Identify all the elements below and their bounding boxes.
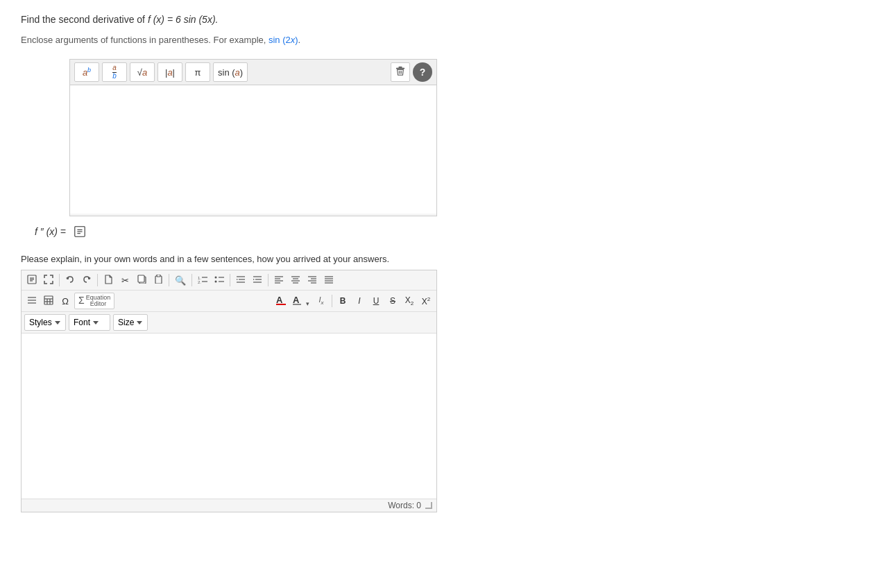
rich-text-editor: ✂ 🔍 (21, 270, 437, 512)
sigma-icon: Σ (78, 295, 85, 306)
rte-aligncenter-btn[interactable] (288, 273, 303, 288)
rte-cut-btn[interactable]: ✂ (117, 273, 133, 288)
sep4 (191, 274, 192, 286)
equation-label: EquationEditor (86, 295, 111, 307)
sep1 (59, 274, 60, 286)
fontcolor-icon: A (276, 295, 286, 308)
svg-rect-56 (44, 296, 53, 304)
rte-styles-dropdown[interactable]: Styles (24, 314, 66, 331)
rte-newdoc-btn[interactable] (101, 273, 116, 288)
rte-source-btn[interactable] (24, 273, 40, 288)
abs-label: |a| (165, 67, 175, 78)
pi-button[interactable]: π (185, 62, 210, 82)
rte-find-btn[interactable]: 🔍 (172, 273, 189, 288)
bold-icon: B (340, 296, 346, 306)
rte-expand-btn[interactable] (41, 273, 56, 288)
rte-toolbar-row1: ✂ 🔍 (22, 270, 436, 291)
answer-input-icon[interactable] (71, 223, 88, 240)
font-arrow-icon (93, 321, 99, 325)
svg-rect-1 (396, 67, 404, 69)
sep7 (332, 295, 332, 307)
lines-icon (27, 295, 37, 307)
italic-icon: I (358, 296, 360, 306)
rte-subscript-btn[interactable]: X2 (402, 293, 417, 309)
svg-rect-0 (398, 67, 402, 68)
rte-strikethrough-btn[interactable]: S (385, 293, 400, 309)
svg-rect-19 (155, 276, 162, 284)
rte-increaseindent-btn[interactable] (250, 273, 265, 288)
size-label: Size (118, 318, 134, 327)
rte-highlight-btn[interactable]: A ▾ (290, 293, 312, 309)
sep3 (169, 274, 169, 286)
svg-marker-36 (253, 279, 255, 280)
undo-icon (65, 275, 75, 286)
rte-fontcolor-btn[interactable]: A (273, 293, 289, 309)
question-icon: ? (420, 67, 426, 78)
orderedlist-icon: 1. 2. (198, 275, 207, 286)
svg-text:A: A (276, 295, 283, 305)
sqrt-button[interactable]: √a (130, 62, 155, 82)
pi-label: π (195, 67, 201, 78)
rte-redo-btn[interactable] (79, 273, 94, 288)
rte-decreaseindent-btn[interactable] (233, 273, 248, 288)
svg-rect-64 (293, 304, 301, 305)
strikethrough-icon: S (390, 296, 395, 306)
question-line1: Find the second derivative of f (x) = 6 … (21, 14, 874, 25)
power-button[interactable]: ab (74, 62, 99, 82)
rte-alignleft-btn[interactable] (271, 273, 287, 288)
rte-toolbar-row3: Styles Font Size (22, 312, 436, 334)
rte-superscript-btn[interactable]: X2 (418, 293, 434, 309)
rte-paste-btn[interactable] (151, 273, 166, 288)
rte-clearformat-btn[interactable]: Ix (314, 293, 329, 309)
abs-button[interactable]: |a| (157, 62, 182, 82)
svg-point-27 (215, 280, 217, 282)
rte-undo-btn[interactable] (62, 273, 78, 288)
paste-icon (154, 275, 163, 286)
increaseindent-icon (253, 275, 262, 286)
styles-arrow-icon (55, 321, 60, 325)
rte-table-btn[interactable] (41, 293, 56, 309)
decreaseindent-icon (236, 275, 246, 286)
help-button[interactable]: ? (413, 62, 432, 82)
toolbar-right: ? (391, 62, 432, 82)
svg-rect-20 (157, 275, 160, 277)
rte-bold-btn[interactable]: B (335, 293, 350, 309)
rte-omega-btn[interactable]: Ω (58, 293, 73, 309)
size-arrow-icon (137, 321, 142, 325)
rte-unorderedlist-btn[interactable] (212, 273, 227, 288)
trash-icon (395, 67, 405, 78)
justify-icon (324, 275, 334, 286)
math-input[interactable] (70, 85, 436, 214)
rte-italic-btn[interactable]: I (352, 293, 367, 309)
aligncenter-icon (291, 275, 300, 286)
underline-icon: U (373, 296, 380, 306)
alignright-icon (307, 275, 317, 286)
find-icon: 🔍 (175, 275, 186, 286)
resize-handle[interactable] (425, 502, 432, 509)
rte-underline-btn[interactable]: U (368, 293, 384, 309)
rte-equation-btn[interactable]: Σ EquationEditor (74, 293, 114, 309)
sin-button[interactable]: sin (a) (213, 62, 248, 82)
rte-content-input[interactable] (22, 334, 436, 496)
rte-copy-btn[interactable] (134, 273, 149, 288)
redo-icon (82, 275, 92, 286)
svg-text:A: A (293, 295, 300, 305)
svg-text:2.: 2. (198, 280, 201, 284)
styles-label: Styles (29, 318, 52, 327)
rte-lines-btn[interactable] (24, 293, 40, 309)
fraction-button[interactable]: a b (102, 62, 127, 82)
rte-alignright-btn[interactable] (305, 273, 320, 288)
math-toolbar: ab a b √a |a| π sin (a) (70, 60, 436, 85)
rte-font-dropdown[interactable]: Font (69, 314, 110, 331)
rte-justify-btn[interactable] (321, 273, 336, 288)
copy-icon (137, 275, 146, 286)
trash-button[interactable] (391, 62, 410, 82)
power-label: ab (83, 67, 91, 78)
rte-orderedlist-btn[interactable]: 1. 2. (195, 273, 210, 288)
font-label: Font (74, 318, 90, 327)
rte-size-dropdown[interactable]: Size (113, 314, 148, 331)
rte-toolbar-row2: Ω Σ EquationEditor A A ▾ (22, 291, 436, 312)
svg-marker-32 (237, 279, 238, 280)
svg-point-25 (215, 276, 217, 278)
subscript-icon: X2 (405, 295, 414, 306)
